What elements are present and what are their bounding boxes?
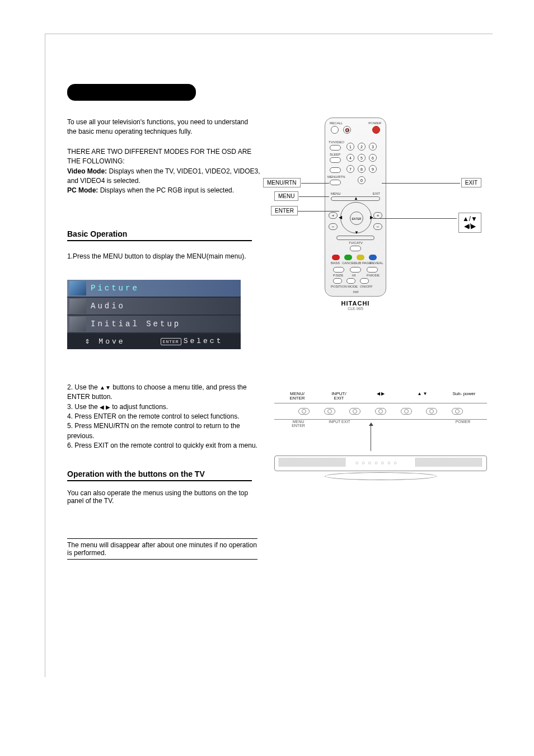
menurtn-label: MENU/RTN — [327, 175, 345, 179]
tv-buttons-text: You can also operate the menus using the… — [67, 489, 252, 505]
step-3: 3. Use the ◀ ▶ to adjust functions. — [67, 402, 257, 412]
sleep-button — [330, 157, 341, 163]
tv-front-controls: ○○○○○○○ — [355, 460, 400, 466]
num-3-button: 3 — [369, 143, 377, 151]
tv-port-input — [324, 408, 335, 415]
move-label: Move — [99, 337, 125, 346]
steps-2-6: 2. Use the ▲▼ buttons to choose a menu t… — [67, 383, 257, 451]
callout-exit: EXIT — [461, 178, 481, 187]
tv-callout-arrow — [371, 425, 371, 451]
sleep-label: SLEEP — [330, 153, 340, 156]
tv-front: ○○○○○○○ — [274, 450, 487, 481]
osd-item-picture: Picture — [67, 280, 241, 297]
pip-label: PIP — [353, 290, 359, 294]
num-8-button: 8 — [358, 165, 366, 173]
position-button — [333, 278, 342, 284]
step-1: 1.Press the MENU button to display the M… — [67, 252, 252, 260]
tvcatv-label: TV/CATV — [349, 241, 363, 245]
intro-paragraph: To use all your television's functions, … — [67, 118, 252, 137]
osd-footer: ⇕ Move ENTERSelect — [67, 334, 241, 349]
psize-label: P.SIZE — [333, 274, 343, 277]
tv-sublabel-menuenter: MENU ENTER — [287, 420, 310, 428]
dpad-ring: ENTER ◀ ▶ ▼ — [340, 202, 372, 233]
modes-paragraph: THERE ARE TWO DIFFERENT MODES FOR THE OS… — [67, 147, 263, 196]
tv-top-labels: MENU/ ENTER INPUT/ EXIT ◀ ▶ ▲ ▼ Sub- pow… — [274, 392, 487, 401]
red-button — [332, 255, 340, 260]
pc-mode-label: PC Mode: — [67, 186, 98, 194]
enter-badge: ENTER — [161, 338, 181, 345]
tv-port-menu — [298, 408, 310, 415]
callout-line-menurtn — [301, 183, 329, 184]
osd-select-hint: ENTERSelect — [161, 337, 223, 345]
tv-speaker-left — [279, 458, 346, 467]
tv-port-right — [375, 408, 386, 415]
callout-line-menu — [299, 196, 329, 197]
hold-label: I/II — [352, 274, 356, 277]
osd-item-initial-setup: Initial Setup — [67, 316, 241, 332]
lower-bar — [336, 236, 374, 240]
dpad-down-icon: ▼ — [354, 230, 359, 235]
vol-down-button: − — [329, 223, 338, 230]
up-down-icon: ⇕ — [85, 337, 92, 346]
setup-icon — [69, 317, 86, 331]
position-label: POSITION — [331, 285, 347, 288]
osd-item-label: Audio — [91, 302, 125, 311]
step-2a: 2. Use the — [67, 383, 100, 391]
reveal-label: REVEAL — [370, 261, 383, 265]
tvvideo-button — [330, 145, 341, 151]
tv-label-subpower: Sub- power — [451, 392, 477, 401]
tv-port-power — [452, 408, 463, 415]
tv-port-left — [349, 408, 360, 415]
num-0-button: 0 — [358, 176, 366, 184]
hold-button — [350, 267, 361, 273]
green-button — [344, 255, 352, 260]
tv-diagram: MENU/ ENTER INPUT/ EXIT ◀ ▶ ▲ ▼ Sub- pow… — [274, 392, 487, 515]
callout-menu: MENU — [274, 191, 298, 201]
up-down-triangle-icon: ▲▼ — [100, 384, 111, 391]
tv-buttons-heading: Operation with the buttons on the TV — [67, 469, 252, 481]
menu-exit-bar: ▲ — [331, 196, 380, 201]
num-2-button: 2 — [358, 143, 366, 151]
tv-control-strip — [274, 403, 487, 420]
tv-label-menuenter: MENU/ ENTER — [284, 392, 310, 401]
tv-speaker-right — [415, 458, 483, 467]
recall-label: RECALL — [330, 121, 343, 125]
pmode-label: P.MODE — [367, 274, 380, 277]
num-7-button: 7 — [346, 165, 354, 173]
arrows-leftright: ◀/▶ — [462, 223, 477, 230]
section-title-bar — [67, 84, 196, 101]
vol-up-button: + — [329, 212, 338, 219]
num-4-button: 4 — [346, 154, 354, 162]
osd-move-hint: ⇕ Move — [85, 336, 125, 346]
remote-body: RECALL POWER 🔇 TV/VIDEO 1 2 3 SLEEP 4 5 … — [325, 118, 386, 297]
step-6: 6. Press EXIT on the remote control to q… — [67, 441, 257, 450]
step-3a: 3. Use the — [67, 403, 100, 411]
callout-arrows: ▲/▼ ◀/▶ — [458, 213, 481, 233]
num-5-button: 5 — [358, 154, 366, 162]
osd-item-label: Picture — [91, 284, 139, 293]
num-6-button: 6 — [369, 154, 377, 162]
blue-button — [369, 255, 377, 260]
menurtn-button — [330, 180, 341, 185]
osd-item-label: Initial Setup — [91, 320, 181, 328]
menu-label: MENU — [331, 192, 341, 195]
dpad-left-icon: ◀ — [339, 215, 342, 220]
tv-label-leftright: ◀ ▶ — [368, 392, 394, 401]
num-1-button: 1 — [346, 143, 354, 151]
tv-label-inputexit: INPUT/ EXIT — [326, 392, 352, 401]
left-right-triangle-icon: ◀ ▶ — [100, 404, 110, 410]
callout-line-enter — [298, 211, 339, 212]
callout-menurtn: MENU/RTN — [263, 178, 301, 187]
power-button — [372, 126, 380, 134]
basic-operation-heading: Basic Operation — [67, 229, 252, 241]
osd-main-menu: Picture Audio Initial Setup ⇕ Move ENTER… — [67, 280, 241, 349]
tv-sublabel-inputexit: INPUT EXIT — [328, 420, 352, 428]
step-2: 2. Use the ▲▼ buttons to choose a menu t… — [67, 383, 257, 402]
blank-button — [330, 167, 341, 173]
tv-sublabel-blank2 — [410, 420, 434, 428]
tv-label-updown: ▲ ▼ — [410, 392, 435, 401]
cancel-label: CANCEL — [342, 261, 355, 265]
audio-icon — [69, 299, 86, 313]
mode-button — [346, 278, 355, 284]
tv-sublabel-power: POWER — [451, 420, 475, 428]
